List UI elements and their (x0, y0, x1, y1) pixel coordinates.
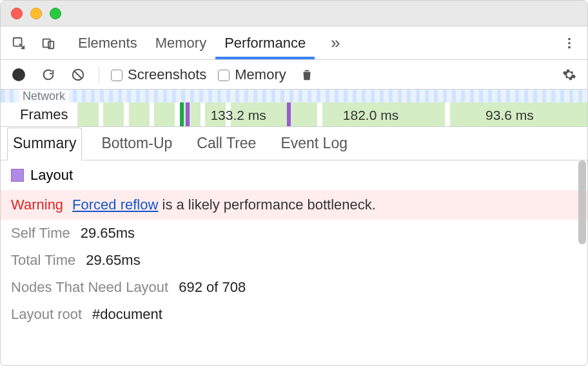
subtab-event-log[interactable]: Event Log (275, 128, 353, 160)
detail-value: 692 of 708 (179, 279, 246, 296)
minimize-icon[interactable] (30, 8, 42, 19)
clear-icon[interactable] (69, 66, 87, 84)
event-color-swatch (11, 169, 24, 182)
svg-point-3 (568, 37, 571, 40)
screenshots-label: Screenshots (128, 66, 206, 83)
more-tabs-icon[interactable]: » (326, 34, 344, 52)
close-icon[interactable] (11, 8, 23, 19)
memory-label: Memory (235, 66, 286, 83)
warning-text: is a likely performance bottleneck. (158, 197, 376, 213)
devtools-main-tabs: ElementsMemoryPerformance » (1, 26, 587, 60)
detail-value: 29.65ms (81, 225, 135, 242)
garbage-collect-icon[interactable] (298, 66, 316, 84)
svg-point-5 (568, 46, 571, 48)
detail-row: Self Time29.65ms (1, 220, 587, 247)
event-name: Layout (30, 167, 73, 184)
settings-icon[interactable] (560, 66, 578, 84)
frame-time-0: 133.2 ms (210, 108, 266, 123)
detail-key: Nodes That Need Layout (11, 279, 168, 296)
warning-row: Warning Forced reflow is a likely perfor… (1, 190, 587, 220)
frames-row-label: Frames (1, 102, 78, 126)
subtab-bottom-up[interactable]: Bottom-Up (96, 128, 177, 160)
maximize-icon[interactable] (50, 8, 61, 19)
scrollbar[interactable] (578, 160, 586, 244)
subtab-summary[interactable]: Summary (7, 128, 82, 160)
details-subtabs: SummaryBottom-UpCall TreeEvent Log (1, 127, 587, 160)
network-row-label: Network (19, 90, 69, 103)
warning-label: Warning (11, 197, 63, 213)
detail-row: Total Time29.65ms (1, 247, 587, 274)
performance-toolbar: Screenshots Memory (1, 60, 587, 90)
tab-performance[interactable]: Performance (215, 26, 315, 59)
svg-point-4 (568, 42, 571, 44)
detail-key: Total Time (11, 252, 75, 269)
kebab-menu-icon[interactable] (560, 34, 578, 52)
window-titlebar (1, 1, 587, 26)
forced-reflow-link[interactable]: Forced reflow (72, 197, 158, 213)
record-button[interactable] (10, 66, 28, 84)
event-details-pane: Layout Warning Forced reflow is a likely… (1, 160, 587, 365)
detail-row: Nodes That Need Layout692 of 708 (1, 274, 587, 301)
tab-memory[interactable]: Memory (146, 26, 215, 59)
frame-time-2: 93.6 ms (485, 108, 534, 123)
frame-time-1: 182.0 ms (343, 108, 398, 123)
svg-rect-1 (43, 39, 50, 47)
screenshots-checkbox[interactable]: Screenshots (111, 66, 206, 83)
reload-icon[interactable] (39, 66, 57, 84)
detail-value: 29.65ms (86, 252, 140, 269)
svg-line-7 (75, 71, 82, 78)
tab-elements[interactable]: Elements (69, 26, 146, 59)
timeline-overview[interactable]: Network Frames 133.2 ms 182.0 ms 93.6 ms (1, 90, 587, 127)
toolbar-divider (99, 66, 99, 83)
detail-row: Layout root#document (1, 301, 587, 328)
frames-track[interactable]: 133.2 ms 182.0 ms 93.6 ms (78, 102, 587, 126)
detail-key: Self Time (11, 225, 70, 242)
inspect-icon[interactable] (10, 34, 28, 52)
layout-root-link[interactable]: #document (92, 306, 162, 323)
subtab-call-tree[interactable]: Call Tree (191, 128, 261, 160)
detail-key: Layout root (11, 306, 82, 323)
memory-checkbox[interactable]: Memory (218, 66, 286, 83)
device-toggle-icon[interactable] (39, 34, 57, 52)
